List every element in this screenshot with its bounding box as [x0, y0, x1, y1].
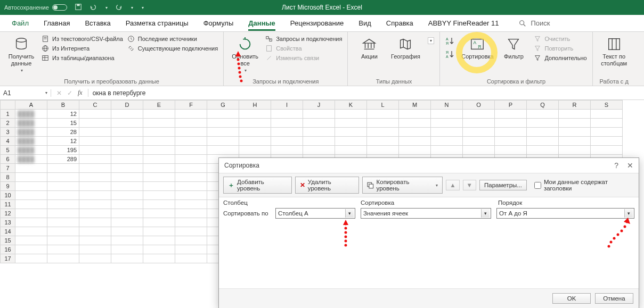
cell-E15[interactable]: [143, 236, 175, 245]
cell-E12[interactable]: [143, 209, 175, 218]
cell-I1[interactable]: [271, 110, 303, 119]
cell-R3[interactable]: [559, 128, 591, 137]
column-header-M[interactable]: M: [399, 101, 431, 110]
cell-J2[interactable]: [303, 119, 335, 128]
column-header-P[interactable]: P: [495, 101, 527, 110]
cell-M5[interactable]: [399, 146, 431, 155]
cell-S1[interactable]: [591, 110, 623, 119]
cell-K4[interactable]: [335, 137, 367, 146]
cell-O5[interactable]: [463, 146, 495, 155]
cell-B11[interactable]: [47, 200, 79, 209]
cell-E7[interactable]: [143, 164, 175, 173]
cell-B17[interactable]: [47, 254, 79, 263]
cell-C2[interactable]: [79, 119, 111, 128]
undo-dropdown-icon[interactable]: ▾: [105, 5, 108, 10]
cell-H5[interactable]: [239, 146, 271, 155]
tab-file[interactable]: Файл: [4, 16, 36, 30]
cell-M1[interactable]: [399, 110, 431, 119]
gallery-expand-icon[interactable]: ▾: [428, 37, 434, 44]
tab-formulas[interactable]: Формулы: [196, 16, 241, 30]
column-header-F[interactable]: F: [175, 101, 207, 110]
row-header-16[interactable]: 16: [1, 245, 15, 254]
cell-F15[interactable]: [175, 236, 207, 245]
cell-N1[interactable]: [431, 110, 463, 119]
cell-B2[interactable]: 15: [47, 119, 79, 128]
cell-D8[interactable]: [111, 173, 143, 182]
cell-E11[interactable]: [143, 200, 175, 209]
cell-D7[interactable]: [111, 164, 143, 173]
cell-R1[interactable]: [559, 110, 591, 119]
row-header-15[interactable]: 15: [1, 236, 15, 245]
cell-P4[interactable]: [495, 137, 527, 146]
cell-G3[interactable]: [207, 128, 239, 137]
cell-M2[interactable]: [399, 119, 431, 128]
cell-L2[interactable]: [367, 119, 399, 128]
column-header-S[interactable]: S: [591, 101, 623, 110]
cell-Q2[interactable]: [527, 119, 559, 128]
cell-E6[interactable]: [143, 155, 175, 164]
sort-desc-icon[interactable]: ЯА: [445, 49, 455, 61]
cell-A2[interactable]: ████: [15, 119, 47, 128]
order-combo[interactable]: От А до Я▾: [496, 208, 634, 219]
cell-D4[interactable]: [111, 137, 143, 146]
cell-R4[interactable]: [559, 137, 591, 146]
column-header-Q[interactable]: Q: [527, 101, 559, 110]
column-header-H[interactable]: H: [239, 101, 271, 110]
cell-A17[interactable]: [15, 254, 47, 263]
save-icon[interactable]: [75, 3, 82, 12]
enter-formula-icon[interactable]: ✓: [67, 89, 72, 97]
cell-F4[interactable]: [175, 137, 207, 146]
column-header-G[interactable]: G: [207, 101, 239, 110]
cell-O2[interactable]: [463, 119, 495, 128]
row-header-14[interactable]: 14: [1, 227, 15, 236]
cell-L5[interactable]: [367, 146, 399, 155]
cell-H1[interactable]: [239, 110, 271, 119]
tab-insert[interactable]: Вставка: [77, 16, 118, 30]
recent-sources-button[interactable]: Последние источники: [127, 35, 218, 43]
column-header-I[interactable]: I: [271, 101, 303, 110]
add-level-button[interactable]: ＋Добавить уровень: [223, 177, 292, 194]
cell-P5[interactable]: [495, 146, 527, 155]
tab-data[interactable]: Данные: [241, 16, 283, 30]
select-all-corner[interactable]: [1, 101, 15, 110]
cell-F9[interactable]: [175, 182, 207, 191]
cell-C11[interactable]: [79, 200, 111, 209]
cell-C16[interactable]: [79, 245, 111, 254]
from-web-button[interactable]: Из Интернета: [42, 45, 123, 52]
cell-F17[interactable]: [175, 254, 207, 263]
cell-Q3[interactable]: [527, 128, 559, 137]
cell-N5[interactable]: [431, 146, 463, 155]
cell-D1[interactable]: [111, 110, 143, 119]
cell-D6[interactable]: [111, 155, 143, 164]
cell-S5[interactable]: [591, 146, 623, 155]
column-header-J[interactable]: J: [303, 101, 335, 110]
cell-A6[interactable]: ████: [15, 155, 47, 164]
tab-help[interactable]: Справка: [379, 16, 421, 30]
cell-A15[interactable]: [15, 236, 47, 245]
cell-E9[interactable]: [143, 182, 175, 191]
cell-E3[interactable]: [143, 128, 175, 137]
cell-D10[interactable]: [111, 191, 143, 200]
cell-F7[interactable]: [175, 164, 207, 173]
autosave-toggle[interactable]: [52, 4, 67, 11]
cell-J1[interactable]: [303, 110, 335, 119]
text-to-columns-button[interactable]: Текст по столбцам: [598, 34, 630, 69]
row-header-2[interactable]: 2: [1, 119, 15, 128]
row-header-1[interactable]: 1: [1, 110, 15, 119]
cell-P1[interactable]: [495, 110, 527, 119]
cell-I3[interactable]: [271, 128, 303, 137]
column-header-E[interactable]: E: [143, 101, 175, 110]
cell-A1[interactable]: ████: [15, 110, 47, 119]
cell-D16[interactable]: [111, 245, 143, 254]
cell-C14[interactable]: [79, 227, 111, 236]
cell-J3[interactable]: [303, 128, 335, 137]
cell-K1[interactable]: [335, 110, 367, 119]
redo-icon[interactable]: [115, 3, 123, 12]
cell-P3[interactable]: [495, 128, 527, 137]
cell-D3[interactable]: [111, 128, 143, 137]
cell-O3[interactable]: [463, 128, 495, 137]
stocks-button[interactable]: Акции: [353, 34, 385, 62]
cell-F6[interactable]: [175, 155, 207, 164]
cell-C7[interactable]: [79, 164, 111, 173]
cell-D12[interactable]: [111, 209, 143, 218]
